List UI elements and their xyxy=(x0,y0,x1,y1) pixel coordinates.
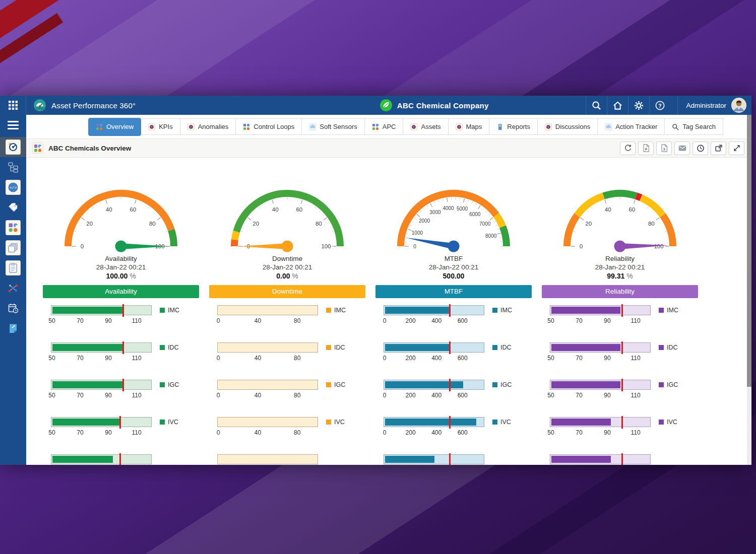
sidebar-item-scheduler[interactable] xyxy=(0,298,26,318)
axis-tick-label: 400 xyxy=(431,317,442,324)
metric-banner: MTBF xyxy=(375,285,532,298)
gauge-icon xyxy=(148,123,155,130)
gauge-timestamp: 28-Jan-22 00:21 xyxy=(209,263,365,271)
bullet-track xyxy=(550,454,651,464)
axis-tick-label: 600 xyxy=(458,429,468,436)
email-button[interactable] xyxy=(674,142,690,155)
expand-icon xyxy=(732,144,741,153)
legend-swatch xyxy=(492,382,497,387)
app-launcher-button[interactable] xyxy=(0,96,26,115)
bullet-track xyxy=(384,380,484,390)
bullet-target-line xyxy=(621,304,623,317)
bullet-legend: IMC xyxy=(492,307,512,314)
sidebar-item-code[interactable]: </> xyxy=(0,177,26,197)
sidebar-item-notes[interactable] xyxy=(0,318,26,338)
bullet-target-line xyxy=(122,379,124,391)
refresh-button[interactable] xyxy=(620,142,636,155)
export-excel-button[interactable]: X xyxy=(656,142,672,155)
bullet-track xyxy=(51,342,152,353)
settings-button[interactable] xyxy=(628,96,649,115)
bullet-fill xyxy=(52,419,120,426)
header-left: Asset Performance 360° xyxy=(0,96,282,115)
legend-label: IVC xyxy=(334,419,345,426)
tab-soft-sensors[interactable]: Soft Sensors xyxy=(302,118,364,135)
tab-label: Tag Search xyxy=(682,123,716,130)
search-button[interactable] xyxy=(586,96,607,115)
tab-apc[interactable]: APC xyxy=(365,118,404,135)
legend-label: IMC xyxy=(168,307,179,314)
svg-text:1000: 1000 xyxy=(412,230,423,236)
gauge-value: 99.31 % xyxy=(542,271,698,281)
tab-assets[interactable]: Assets xyxy=(403,118,448,135)
expand-button[interactable] xyxy=(729,142,744,155)
axis-tick-label: 70 xyxy=(576,429,582,436)
home-button[interactable] xyxy=(607,96,628,115)
legend-swatch xyxy=(326,420,331,425)
sidebar-item-clipboard[interactable] xyxy=(0,258,26,278)
sidebar-item-overview-grid[interactable] xyxy=(0,218,26,238)
tab-tag-search[interactable]: Tag Search xyxy=(665,118,723,135)
tab-kpis[interactable]: KPIs xyxy=(141,118,180,135)
sidebar-item-tags[interactable] xyxy=(0,197,26,218)
open-external-button[interactable] xyxy=(711,142,726,155)
bullet-fill xyxy=(385,381,463,388)
user-avatar[interactable] xyxy=(731,98,746,113)
hierarchy-icon xyxy=(6,160,21,175)
axis-tick-label: 110 xyxy=(631,392,640,399)
tab-overview[interactable]: Overview xyxy=(88,118,141,136)
svg-text:40: 40 xyxy=(272,206,279,213)
tab-label: KPIs xyxy=(159,123,172,130)
tab-control-loops[interactable]: Control Loops xyxy=(236,118,302,135)
app-launcher-icon xyxy=(8,100,18,110)
sidebar-item-asset-gauge[interactable] xyxy=(0,137,26,157)
toolbar-buttons: PX xyxy=(620,142,744,155)
sidebar-item-hierarchy[interactable] xyxy=(0,157,26,177)
bullet-target-line xyxy=(122,341,124,354)
axis-tick-label: 50 xyxy=(547,429,554,436)
bullet-legend: IDC xyxy=(326,344,345,351)
tab-label: Action Tracker xyxy=(615,123,657,130)
axis-tick-label: 110 xyxy=(132,392,141,399)
gauge-timestamp: 28-Jan-22 00:21 xyxy=(542,263,698,271)
export-pdf-button[interactable]: P xyxy=(638,142,654,155)
product-logo-icon xyxy=(33,99,46,112)
schedule-button[interactable] xyxy=(692,142,708,155)
sidebar-menu-button[interactable] xyxy=(0,115,26,135)
legend-label: IMC xyxy=(500,307,512,314)
axis-tick-label: 90 xyxy=(105,355,111,362)
axis-tick-label: 0 xyxy=(383,317,387,324)
axis-tick-label: 110 xyxy=(631,317,640,324)
app-header: Asset Performance 360° ABC Chemical Comp… xyxy=(0,96,751,115)
sidebar-item-network[interactable] xyxy=(0,278,26,298)
legend-swatch xyxy=(160,382,165,387)
tab-action-tracker[interactable]: Action Tracker xyxy=(598,118,665,135)
svg-text:7000: 7000 xyxy=(479,221,491,227)
bullet-track xyxy=(217,380,318,390)
tab-reports[interactable]: Reports xyxy=(489,118,538,135)
kpi-column-availability: 020406080100Availability28-Jan-22 00:211… xyxy=(43,173,199,465)
sidebar-item-layers[interactable] xyxy=(0,238,26,258)
dashboard-toolbar: ABC Chemicals Overview PX xyxy=(26,139,751,158)
tab-maps[interactable]: Maps xyxy=(449,118,490,135)
bullet-row: IVC507090110 xyxy=(51,417,199,441)
bullet-track xyxy=(217,454,318,464)
legend-swatch xyxy=(492,420,497,425)
legend-label: IGC xyxy=(334,381,345,388)
scrollbar-thumb[interactable] xyxy=(747,115,751,387)
axis-tick-label: 40 xyxy=(255,392,261,399)
bullet-fill xyxy=(551,456,611,463)
cloud-icon xyxy=(309,123,316,130)
bullet-axis: 0200400600 xyxy=(384,429,484,437)
user-name: Administrator xyxy=(677,96,726,115)
vertical-scrollbar[interactable] xyxy=(747,115,751,465)
gauge-icon xyxy=(410,123,417,130)
tab-discussions[interactable]: Discussions xyxy=(538,118,598,135)
bullet-row: IMC507090110 xyxy=(550,305,698,329)
bullet-fill xyxy=(52,381,123,388)
tab-anomalies[interactable]: Anomalies xyxy=(180,118,236,135)
bullet-row: IVC04080 xyxy=(217,417,365,441)
legend-label: IDC xyxy=(500,344,512,351)
bullet-fill xyxy=(385,456,434,463)
bullet-axis: 507090110 xyxy=(550,317,651,325)
help-button[interactable]: ? xyxy=(649,96,670,115)
